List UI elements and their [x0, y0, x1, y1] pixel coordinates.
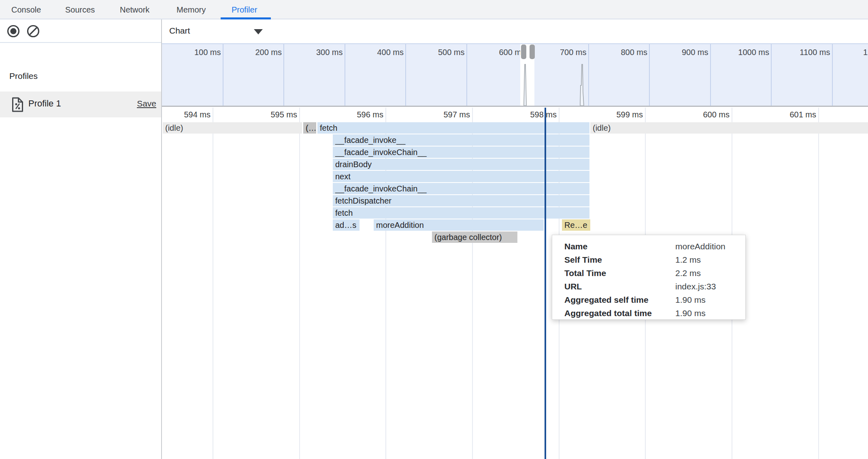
time-cursor-line [545, 108, 546, 459]
flame-bar-fetch[interactable]: fetch [333, 207, 589, 219]
flame-bar-idle[interactable]: (idle) [590, 122, 868, 134]
view-mode-label: Chart [169, 19, 190, 42]
tooltip-value-url: index.js:33 [675, 282, 716, 291]
detail-tick-label-598-ms: 598 ms [492, 110, 557, 121]
tooltip-label-total-time: Total Time [564, 266, 675, 280]
overview-tick-label-100-ms: 100 ms [162, 48, 221, 57]
timeline-overview[interactable]: 100 ms200 ms300 ms400 ms500 ms600 ms700 … [162, 43, 868, 106]
tooltip-row-name: NamemoreAddition [564, 240, 745, 253]
flame-bar-fetch[interactable]: fetch [317, 122, 589, 134]
tooltip-label-aggregated-self-time: Aggregated self time [564, 293, 675, 306]
overview-tick-label-900-ms: 900 ms [644, 48, 708, 57]
overview-tick-label-12: 12 [863, 48, 868, 57]
flame-bar-facade-invokechain[interactable]: __facade_invokeChain__ [333, 147, 589, 158]
devtools-window: ConsoleSourcesNetworkMemoryProfiler Prof… [0, 0, 868, 459]
flame-bar-fetchdispatcher[interactable]: fetchDispatcher [333, 195, 589, 206]
profiler-main-panel: Chart 100 ms200 ms300 ms400 ms500 ms600 … [162, 19, 868, 459]
view-mode-select[interactable]: Chart [162, 19, 868, 43]
tooltip-value-total-time: 2.2 ms [675, 268, 701, 278]
detail-tick-label-595-ms: 595 ms [232, 110, 297, 121]
sidebar-item-profile-1[interactable]: Profile 1 Save [0, 91, 161, 117]
tab-memory[interactable]: Memory [177, 0, 206, 19]
detail-gridline-601-ms [818, 108, 819, 459]
overview-tick-label-1100-ms: 1100 ms [766, 48, 830, 57]
overview-tick-label-200-ms: 200 ms [217, 48, 282, 57]
detail-tick-label-599-ms: 599 ms [578, 110, 643, 121]
flame-bar-drainbody[interactable]: drainBody [333, 159, 589, 170]
clear-icon [27, 25, 40, 38]
tooltip-value-self-time: 1.2 ms [675, 255, 701, 264]
profiles-heading: Profiles [9, 71, 38, 81]
detail-tick-label-596-ms: 596 ms [319, 110, 383, 121]
overview-bottom-border [162, 106, 868, 107]
overview-gridline-1100-ms [832, 44, 833, 106]
profiles-sidebar: Profiles CPU PROFILES Profile 1 Save [0, 19, 162, 459]
tooltip-value-name: moreAddition [675, 242, 725, 251]
profiles-toolbar [0, 19, 161, 43]
flame-bar-idle[interactable]: (idle) [163, 122, 302, 134]
detail-tick-label-597-ms: 597 ms [405, 110, 470, 121]
chevron-down-icon [254, 29, 263, 34]
tooltip-row-total-time: Total Time2.2 ms [564, 266, 745, 280]
detail-tick-label-594-ms: 594 ms [146, 110, 211, 121]
detail-gridline-595-ms [299, 108, 300, 459]
overview-tick-label-800-ms: 800 ms [583, 48, 647, 57]
tooltip-row-aggregated-self-time: Aggregated self time1.90 ms [564, 293, 745, 306]
tooltip-value-aggregated-total-time: 1.90 ms [675, 308, 706, 318]
tab-strip: ConsoleSourcesNetworkMemoryProfiler [0, 0, 868, 19]
save-profile-link[interactable]: Save [137, 99, 156, 108]
profile-item-label: Profile 1 [28, 98, 61, 109]
flame-bar-ad-s[interactable]: ad…s [333, 219, 360, 231]
tab-sources[interactable]: Sources [65, 0, 95, 19]
flame-bar-facade-invokechain[interactable]: __facade_invokeChain__ [333, 183, 589, 194]
tooltip-row-url: URLindex.js:33 [564, 280, 745, 293]
frame-tooltip: NamemoreAdditionSelf Time1.2 msTotal Tim… [552, 235, 746, 320]
flame-bar-facade-invoke[interactable]: __facade_invoke__ [333, 134, 589, 146]
flame-bar-next[interactable]: next [333, 171, 589, 182]
overview-tick-label-600-ms: 600 ms [461, 48, 525, 57]
detail-tick-label-601-ms: 601 ms [751, 110, 816, 121]
tooltip-row-aggregated-total-time: Aggregated total time1.90 ms [564, 306, 745, 320]
tooltip-label-url: URL [564, 280, 675, 293]
tab-profiler[interactable]: Profiler [232, 0, 257, 19]
record-profile-button[interactable] [7, 25, 20, 38]
tooltip-label-aggregated-total-time: Aggregated total time [564, 306, 675, 320]
tooltip-label-name: Name [564, 240, 675, 253]
overview-tick-label-400-ms: 400 ms [339, 48, 404, 57]
flame-bar-garbage-collector[interactable]: (garbage collector) [432, 232, 517, 243]
clear-profiles-button[interactable] [27, 25, 40, 38]
overview-selection-handle-left[interactable] [521, 45, 526, 59]
record-icon [7, 25, 20, 38]
detail-gridline-594-ms [213, 108, 213, 459]
flame-bar-item[interactable]: (… [303, 122, 316, 134]
detail-tick-label-600-ms: 600 ms [665, 110, 730, 121]
flame-bar-re-e[interactable]: Re…e [562, 219, 590, 231]
overview-tick-label-500-ms: 500 ms [400, 48, 465, 57]
tooltip-row-self-time: Self Time1.2 ms [564, 253, 745, 266]
overview-selection-handle-right[interactable] [530, 45, 535, 59]
tab-console[interactable]: Console [11, 0, 41, 19]
tooltip-value-aggregated-self-time: 1.90 ms [675, 295, 706, 304]
overview-tick-label-1000-ms: 1000 ms [704, 48, 769, 57]
flame-bar-moreaddition[interactable]: moreAddition [374, 219, 544, 231]
overview-tick-label-300-ms: 300 ms [278, 48, 343, 57]
tab-network[interactable]: Network [120, 0, 149, 19]
tooltip-label-self-time: Self Time [564, 253, 675, 266]
profile-document-icon [11, 97, 24, 114]
